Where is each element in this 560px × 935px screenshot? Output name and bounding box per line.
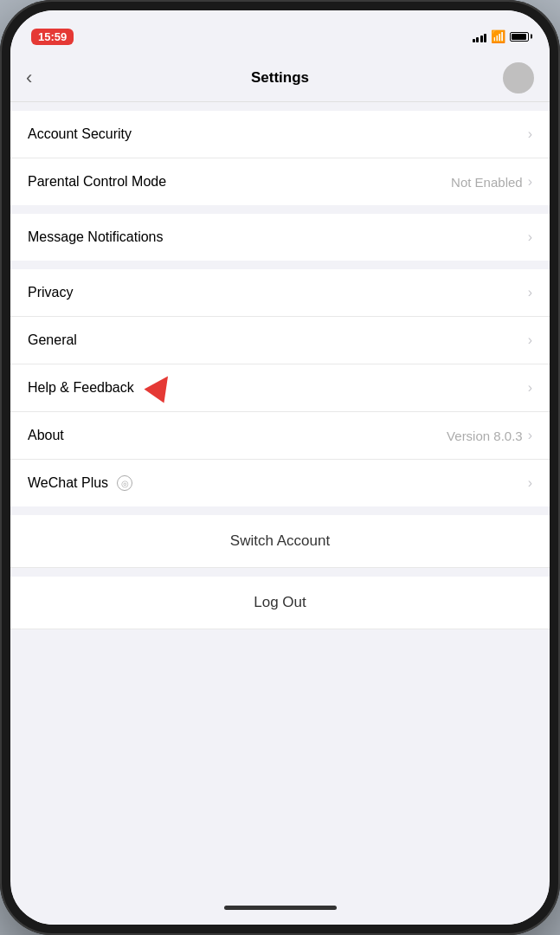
- wechat-plus-left: WeChat Plus ◎: [28, 475, 132, 491]
- settings-item-wechat-plus[interactable]: WeChat Plus ◎ ›: [10, 460, 550, 506]
- about-right: Version 8.0.3 ›: [447, 428, 532, 443]
- privacy-right: ›: [528, 285, 532, 300]
- help-feedback-label: Help & Feedback: [28, 380, 134, 396]
- account-security-label: Account Security: [28, 126, 132, 142]
- wifi-icon: 📶: [491, 29, 505, 43]
- divider: [10, 568, 550, 577]
- settings-item-about[interactable]: About Version 8.0.3 ›: [10, 412, 550, 460]
- privacy-label: Privacy: [28, 285, 73, 300]
- chevron-icon: ›: [528, 174, 532, 190]
- signal-icon: [473, 30, 487, 42]
- chevron-icon: ›: [528, 126, 532, 142]
- battery-icon: [510, 32, 529, 42]
- status-bar: 15:59 📶: [10, 10, 550, 54]
- switch-account-label: Switch Account: [230, 532, 330, 550]
- divider: [10, 506, 550, 515]
- chevron-icon: ›: [528, 285, 532, 300]
- wechat-plus-right: ›: [528, 475, 532, 491]
- account-security-right: ›: [528, 126, 532, 142]
- settings-item-account-security[interactable]: Account Security ›: [10, 111, 550, 158]
- avatar[interactable]: [503, 62, 534, 94]
- bottom-spacer: [10, 629, 550, 699]
- about-version: Version 8.0.3: [447, 429, 523, 443]
- settings-item-general[interactable]: General ›: [10, 317, 550, 364]
- chevron-icon: ›: [528, 380, 532, 396]
- phone-frame: 15:59 📶 ‹ Settings: [0, 0, 560, 935]
- settings-group-1: Account Security › Parental Control Mode…: [10, 111, 550, 205]
- logout-button[interactable]: Log Out: [10, 577, 550, 629]
- chevron-icon: ›: [528, 475, 532, 491]
- chevron-icon: ›: [528, 332, 532, 348]
- message-notifications-right: ›: [528, 229, 532, 245]
- parental-control-label: Parental Control Mode: [28, 174, 166, 190]
- settings-item-help-feedback[interactable]: Help & Feedback ›: [10, 364, 550, 412]
- chevron-icon: ›: [528, 229, 532, 245]
- settings-item-message-notifications[interactable]: Message Notifications ›: [10, 214, 550, 261]
- about-label: About: [28, 428, 64, 443]
- settings-item-parental-control[interactable]: Parental Control Mode Not Enabled ›: [10, 158, 550, 205]
- page-title: Settings: [251, 69, 309, 87]
- settings-content: Account Security › Parental Control Mode…: [10, 102, 550, 890]
- phone-screen: 15:59 📶 ‹ Settings: [10, 10, 550, 925]
- divider: [10, 261, 550, 269]
- divider: [10, 205, 550, 214]
- message-notifications-label: Message Notifications: [28, 229, 164, 245]
- wechat-plus-label: WeChat Plus: [28, 475, 108, 491]
- divider: [10, 102, 550, 111]
- help-feedback-right: ›: [528, 380, 532, 396]
- chevron-icon: ›: [528, 428, 532, 443]
- status-time: 15:59: [31, 29, 74, 45]
- wechat-plus-badge-icon: ◎: [117, 475, 132, 491]
- parental-control-value: Not Enabled: [451, 175, 523, 190]
- general-right: ›: [528, 332, 532, 348]
- parental-control-right: Not Enabled ›: [451, 174, 532, 190]
- back-button[interactable]: ‹: [26, 67, 32, 89]
- settings-group-2: Message Notifications ›: [10, 214, 550, 261]
- home-indicator: [10, 890, 550, 925]
- home-bar: [224, 906, 337, 910]
- navigation-bar: ‹ Settings: [10, 54, 550, 102]
- general-label: General: [28, 332, 77, 348]
- logout-group: Log Out: [10, 577, 550, 629]
- status-icons: 📶: [473, 29, 530, 43]
- action-group: Switch Account: [10, 515, 550, 568]
- logout-label: Log Out: [254, 594, 306, 611]
- switch-account-button[interactable]: Switch Account: [10, 515, 550, 568]
- settings-group-3: Privacy › General › Help & Feedback: [10, 269, 550, 506]
- settings-item-privacy[interactable]: Privacy ›: [10, 269, 550, 317]
